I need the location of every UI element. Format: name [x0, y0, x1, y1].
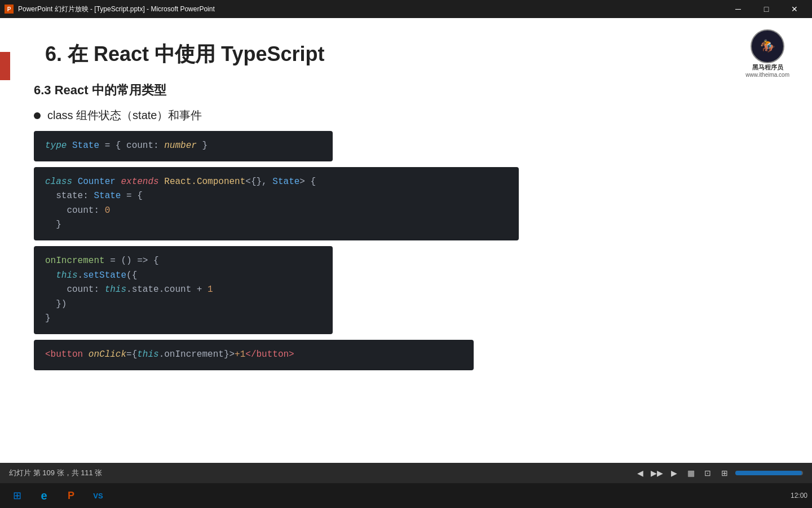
view-normal-icon[interactable]: ▦: [685, 467, 697, 479]
code-line-count-expr: count: this.state.count + 1: [45, 283, 321, 297]
code-line-state: state: State = {: [45, 189, 508, 204]
slide-title: 6. 在 React 中使用 TypeScript: [45, 41, 778, 68]
slide-container: 🏇 黑马程序员 www.itheima.com 6. 在 React 中使用 T…: [0, 18, 812, 463]
minimize-button[interactable]: ─: [725, 0, 751, 18]
code-line-close1: }: [45, 218, 508, 233]
logo-brand: 黑马程序员: [752, 63, 783, 72]
code-block-1: type State = { count: number }: [34, 131, 333, 161]
app-icon: P: [5, 5, 14, 14]
next-slide-icon[interactable]: ▶▶: [651, 467, 663, 479]
vscode-icon: VS: [90, 488, 106, 503]
bullet-item: class 组件状态（state）和事件: [34, 108, 778, 123]
window-title: PowerPoint 幻灯片放映 - [TypeScript.pptx] - M…: [18, 5, 215, 14]
code-block-2: class Counter extends React.Component<{}…: [34, 167, 519, 240]
status-bar-right: ◀ ▶▶ ▶ ▦ ⊡ ⊞: [634, 467, 803, 479]
code-line-button: <button onClick={this.onIncrement}>+1</b…: [45, 348, 462, 362]
slide-info: 幻灯片 第 109 张，共 111 张: [9, 468, 102, 478]
code-line-onincrement: onIncrement = () => {: [45, 254, 321, 269]
progress-fill: [735, 471, 802, 475]
logo-area: 🏇 黑马程序员 www.itheima.com: [745, 29, 789, 78]
view-slide-icon[interactable]: ⊡: [701, 467, 714, 479]
code-block-4: <button onClick={this.onIncrement}>+1</b…: [34, 340, 474, 370]
code-block-3: onIncrement = () => { this.setState({ co…: [34, 246, 333, 334]
logo-url: www.itheima.com: [745, 72, 789, 78]
time-display: 12:00: [791, 492, 807, 500]
title-bar: P PowerPoint 幻灯片放映 - [TypeScript.pptx] -…: [0, 0, 812, 18]
start-button[interactable]: ⊞: [5, 484, 29, 507]
bullet-text: class 组件状态（state）和事件: [47, 108, 202, 123]
title-bar-controls: ─ □ ✕: [725, 0, 807, 18]
accent-bar: [0, 52, 10, 80]
taskbar-time: 12:00: [791, 492, 807, 500]
powerpoint-button[interactable]: P: [59, 484, 83, 507]
bullet-dot: [34, 112, 41, 119]
code-line-close3: }: [45, 312, 321, 326]
view-reading-icon[interactable]: ⊞: [718, 467, 731, 479]
title-bar-left: P PowerPoint 幻灯片放映 - [TypeScript.pptx] -…: [5, 5, 215, 14]
code-line-1: type State = { count: number }: [45, 139, 321, 154]
maximize-button[interactable]: □: [753, 0, 779, 18]
close-button[interactable]: ✕: [782, 0, 807, 18]
code-line-close2: }): [45, 297, 321, 312]
progress-bar: [735, 471, 803, 475]
windows-icon: ⊞: [9, 488, 25, 503]
section-subtitle: 6.3 React 中的常用类型: [34, 82, 778, 99]
logo-icon: 🏇: [751, 29, 784, 63]
main-area: 🏇 黑马程序员 www.itheima.com 6. 在 React 中使用 T…: [0, 18, 812, 483]
forward-icon[interactable]: ▶: [668, 467, 680, 479]
edge-button[interactable]: e: [32, 484, 56, 507]
vscode-button[interactable]: VS: [86, 484, 111, 507]
code-line-this-setstate: this.setState({: [45, 269, 321, 283]
ppt-icon: P: [63, 488, 79, 503]
taskbar: ⊞ e P VS 12:00: [0, 483, 812, 508]
edge-icon: e: [36, 488, 52, 503]
code-line-class: class Counter extends React.Component<{}…: [45, 175, 508, 190]
code-line-count: count: 0: [45, 204, 508, 218]
status-bar: 幻灯片 第 109 张，共 111 张 ◀ ▶▶ ▶ ▦ ⊡ ⊞: [0, 463, 812, 483]
prev-slide-icon[interactable]: ◀: [634, 467, 646, 479]
